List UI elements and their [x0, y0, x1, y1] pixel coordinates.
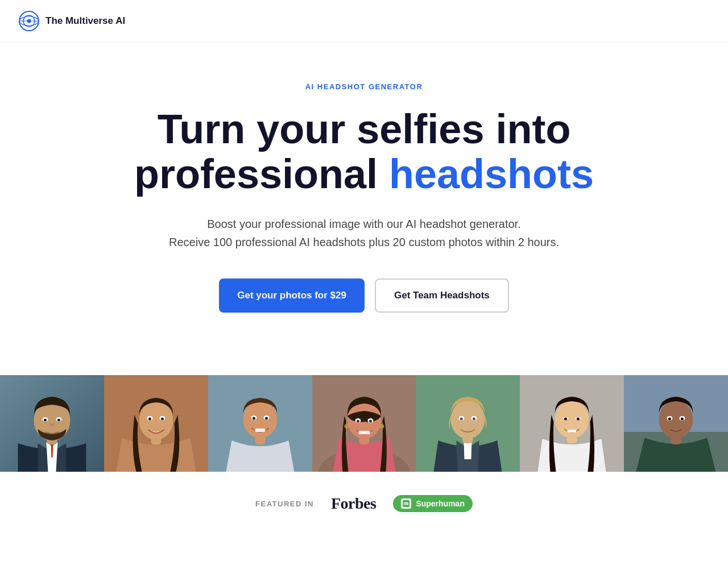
featured-section: FEATURED IN Forbes Superhuman — [0, 472, 728, 541]
svg-point-41 — [451, 400, 485, 439]
get-photos-button[interactable]: Get your photos for $29 — [219, 278, 365, 313]
headshot-card-7 — [624, 375, 728, 472]
svg-rect-62 — [403, 500, 410, 507]
headshot-card-5 — [416, 375, 520, 472]
svg-point-61 — [681, 418, 684, 421]
svg-point-45 — [473, 418, 475, 421]
headshot-card-2 — [104, 375, 208, 472]
get-team-headshots-button[interactable]: Get Team Headshots — [375, 278, 509, 313]
svg-point-35 — [369, 420, 372, 423]
headline-part1: Turn your selfies into — [158, 106, 571, 152]
svg-point-34 — [357, 420, 359, 423]
logo[interactable]: The Multiverse AI — [18, 10, 125, 32]
svg-point-25 — [253, 417, 255, 420]
svg-point-26 — [265, 417, 268, 420]
svg-rect-64 — [404, 504, 408, 505]
forbes-logo: Forbes — [331, 494, 376, 513]
cta-group: Get your photos for $29 Get Team Headsho… — [23, 278, 705, 313]
svg-point-12 — [57, 419, 60, 422]
svg-point-50 — [564, 418, 567, 421]
superhuman-icon — [401, 498, 411, 509]
logo-icon — [18, 10, 40, 32]
svg-point-11 — [44, 419, 47, 422]
svg-point-38 — [379, 424, 384, 429]
headshot-card-1 — [0, 375, 104, 472]
headshot-card-4 — [312, 375, 416, 472]
svg-rect-52 — [568, 430, 577, 433]
photo-strip — [0, 375, 728, 472]
headline-highlight: headshots — [389, 151, 594, 197]
featured-label: FEATURED IN — [255, 500, 314, 508]
superhuman-badge: Superhuman — [393, 495, 473, 512]
svg-point-60 — [668, 418, 671, 421]
headshot-card-3 — [208, 375, 312, 472]
hero-subtext: Boost your professional image with our A… — [23, 215, 705, 251]
superhuman-text: Superhuman — [416, 499, 465, 508]
svg-rect-36 — [358, 431, 370, 434]
hero-section: AI HEADSHOT GENERATOR Turn your selfies … — [0, 43, 728, 375]
headline-part2: professional — [134, 151, 389, 197]
subline2: Receive 100 professional AI headshots pl… — [169, 236, 559, 248]
svg-point-44 — [460, 418, 463, 421]
svg-rect-27 — [255, 429, 265, 432]
svg-point-19 — [161, 418, 164, 421]
hero-headline: Turn your selfies into professional head… — [23, 107, 705, 197]
svg-point-57 — [659, 400, 693, 439]
svg-point-18 — [148, 418, 151, 421]
svg-rect-63 — [404, 502, 408, 504]
svg-point-37 — [344, 424, 349, 429]
svg-point-51 — [577, 418, 580, 421]
navbar: The Multiverse AI — [0, 0, 728, 43]
subline1: Boost your professional image with our A… — [207, 218, 520, 230]
logo-text: The Multiverse AI — [46, 15, 125, 27]
headshot-card-6 — [520, 375, 624, 472]
hero-badge: AI HEADSHOT GENERATOR — [23, 82, 705, 91]
